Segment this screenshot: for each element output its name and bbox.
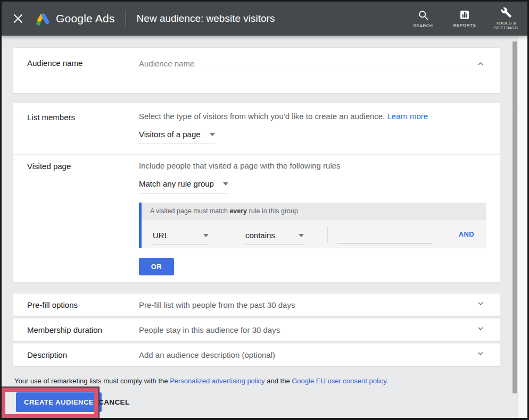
prefill-options-label: Pre-fill options	[27, 300, 78, 309]
learn-more-link[interactable]: Learn more	[387, 112, 428, 121]
background-page-line	[518, 111, 527, 111]
panel-frame: Google Ads New audience: website visitor…	[2, 2, 527, 418]
visitor-type-value: Visitors of a page	[139, 130, 201, 139]
membership-duration-row[interactable]: Membership duration People stay in this …	[13, 318, 500, 341]
wrench-icon	[501, 7, 512, 18]
google-ads-logo-icon	[35, 12, 51, 26]
rule-condition-value: URL	[153, 231, 169, 240]
match-rule-dropdown[interactable]: Match any rule group	[139, 179, 228, 194]
chevron-up-icon	[476, 60, 485, 68]
audience-name-card: Audience name	[13, 47, 500, 94]
chevron-down-icon	[476, 299, 485, 308]
personalized-advertising-policy-link[interactable]: Personalized advertising policy	[170, 377, 264, 385]
background-page-strip	[517, 36, 527, 418]
rule-operator-dropdown[interactable]: contains	[245, 231, 304, 245]
membership-duration-label: Membership duration	[27, 325, 102, 334]
description-value: Add an audience description (optional)	[139, 350, 275, 359]
reports-nav[interactable]: REPORTS	[451, 10, 478, 28]
visited-page-description: Include people that visited a page with …	[139, 161, 341, 170]
collapse-section-button[interactable]	[476, 60, 485, 70]
membership-duration-value: People stay in this audience for 30 days	[139, 325, 280, 334]
search-nav[interactable]: SEARCH	[409, 10, 437, 28]
section-divider	[13, 154, 500, 155]
rule-field-divider	[227, 226, 227, 242]
rule-operator-value: contains	[245, 231, 275, 240]
reports-nav-label: REPORTS	[453, 23, 476, 28]
prefill-options-row[interactable]: Pre-fill options Pre-fill list with peop…	[13, 293, 500, 316]
audience-settings-card: List members Select the type of visitors…	[13, 102, 500, 283]
chevron-down-icon	[476, 349, 485, 358]
disclaimer-text: .	[386, 377, 389, 385]
visited-page-label: Visited page	[27, 162, 71, 171]
list-members-description-text: Select the type of visitors from which y…	[139, 112, 385, 121]
or-button[interactable]: OR	[139, 258, 174, 275]
visitor-type-dropdown[interactable]: Visitors of a page	[139, 130, 215, 144]
search-icon	[418, 10, 429, 21]
banner-prefix: A visited page must match	[150, 207, 229, 215]
rule-group-banner: A visited page must match every rule in …	[142, 203, 486, 220]
reports-icon	[459, 10, 470, 20]
chevron-down-icon	[476, 324, 485, 333]
page-title: New audience: website visitors	[137, 13, 275, 24]
banner-suffix: rule in this group	[247, 207, 298, 215]
expand-row-button[interactable]	[476, 324, 485, 335]
dropdown-arrow-icon	[210, 133, 215, 136]
dropdown-arrow-icon	[299, 234, 304, 237]
cancel-button[interactable]: CANCEL	[98, 392, 130, 412]
dropdown-arrow-icon	[203, 234, 209, 237]
rule-row: URL contains AND	[142, 220, 486, 248]
google-eu-consent-policy-link[interactable]: Google EU user consent policy	[292, 377, 386, 385]
header-divider	[126, 11, 126, 27]
screenshot-root: Google Ads New audience: website visitor…	[0, 0, 529, 420]
audience-name-label: Audience name	[27, 58, 82, 68]
dropdown-arrow-icon	[223, 182, 228, 186]
rule-field-divider	[327, 226, 328, 242]
rule-group: A visited page must match every rule in …	[139, 203, 486, 248]
google-ads-logo: Google Ads	[35, 12, 115, 26]
audience-name-input[interactable]	[139, 56, 473, 71]
expand-row-button[interactable]	[476, 299, 485, 310]
app-bar: Google Ads New audience: website visitor…	[2, 2, 527, 36]
banner-bold: every	[229, 207, 247, 215]
brand-text: Google Ads	[56, 12, 115, 25]
description-row[interactable]: Description Add an audience description …	[13, 343, 500, 366]
tools-settings-nav-label: TOOLS & SETTINGS	[493, 21, 519, 30]
prefill-options-value: Pre-fill list with people from the past …	[139, 300, 295, 309]
description-label: Description	[27, 350, 67, 359]
disclaimer-text: and the	[265, 377, 292, 385]
disclaimer-text: Your use of remarketing lists must compl…	[14, 377, 170, 385]
match-rule-value: Match any rule group	[139, 179, 214, 188]
tools-settings-nav[interactable]: TOOLS & SETTINGS	[492, 7, 520, 30]
create-audience-button[interactable]: CREATE AUDIENCE	[16, 392, 102, 412]
scrollbar-thumb[interactable]	[513, 41, 517, 393]
expand-row-button[interactable]	[476, 349, 485, 360]
list-members-label: List members	[27, 113, 75, 122]
rule-condition-dropdown[interactable]: URL	[153, 231, 209, 245]
list-members-description: Select the type of visitors from which y…	[139, 112, 428, 121]
search-nav-label: SEARCH	[414, 23, 433, 28]
and-button[interactable]: AND	[459, 230, 474, 238]
close-icon[interactable]	[10, 11, 26, 27]
policy-disclaimer: Your use of remarketing lists must compl…	[14, 377, 388, 385]
rule-value-input[interactable]	[337, 232, 433, 243]
